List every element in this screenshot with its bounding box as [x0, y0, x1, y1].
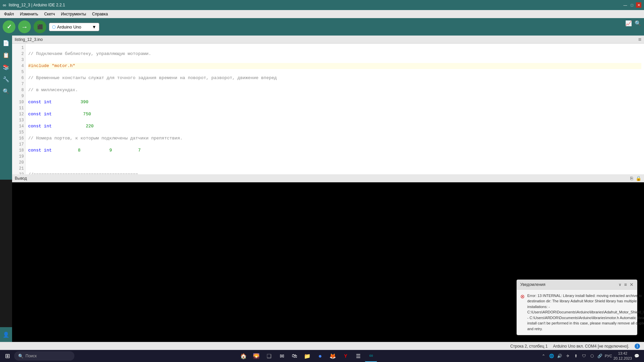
taskbar: ⊞ 🔍 Поиск 🏠 🌄 ❑ ✉ 🛍 📁 ● 🦊 Y ☰ ∞ ⌃ 🌐 🔊 ✈ … — [0, 350, 644, 362]
serial-plotter-icon[interactable]: 📈 — [625, 20, 632, 26]
notification-title: Уведомления — [520, 282, 545, 287]
taskbar-apps: 🏠 🌄 ❑ ✉ 🛍 📁 ● 🦊 Y ☰ ∞ — [75, 350, 540, 362]
board-icon: ⬡ — [52, 24, 56, 29]
notification-body: ⊗ Error: 13 INTERNAL: Library install fa… — [517, 290, 637, 335]
notification-error-text: Error: 13 INTERNAL: Library install fail… — [527, 293, 644, 332]
tray-antivirus[interactable]: 🛡 — [581, 353, 587, 359]
taskbar-start-button[interactable]: ⊞ — [1, 350, 13, 362]
notification-header: Уведомления ∨ ≡ ✕ — [517, 280, 637, 290]
language-indicator[interactable]: РУС — [605, 354, 612, 358]
close-button[interactable]: ✕ — [636, 2, 641, 8]
output-label: Вывод — [15, 176, 27, 181]
tray-telegram[interactable]: ✈ — [565, 353, 571, 359]
menu-edit[interactable]: Изменить — [17, 11, 41, 17]
menu-help[interactable]: Справка — [90, 11, 111, 17]
code-line-9: const int Front1 = 8, Front2 = 9, Right … — [28, 147, 641, 154]
board-status: Arduino Uno вкл. COM4 [не подключено]. — [553, 344, 629, 349]
taskbar-time[interactable]: 13:42 20.12.2023 — [613, 351, 632, 361]
title-bar: ∞ listing_12_3 | Arduino IDE 2.2.1 — □ ✕ — [0, 0, 644, 10]
menu-bar: Файл Изменить Скетч Инструменты Справка — [0, 10, 644, 18]
taskbar-tray: ⌃ 🌐 🔊 ✈ ⬆ 🛡 ⬡ 🔗 РУС 13:42 20.12.2023 💬 — [540, 351, 643, 361]
file-tab-more[interactable]: ≡ — [638, 37, 641, 43]
notification-count: 1 — [635, 344, 640, 349]
dropdown-arrow: ▼ — [92, 24, 96, 29]
taskbar-search[interactable]: 🔍 Поиск — [14, 351, 74, 361]
code-line-7: const int time_10cm = 220; — [28, 123, 641, 129]
search-icon: 🔍 — [18, 354, 23, 359]
taskbar-icon-store[interactable]: 🛍 — [288, 350, 301, 362]
taskbar-icon-taskview[interactable]: ❑ — [263, 350, 275, 362]
board-name: Arduino Uno — [57, 24, 81, 29]
debug-button[interactable]: ⬛ — [34, 20, 46, 33]
notifications-icon[interactable]: 💬 — [633, 353, 640, 359]
tray-icon6[interactable]: 🔗 — [597, 353, 603, 359]
code-editor[interactable]: 1234 5678 9101112 13141516 17181920 2122… — [12, 44, 644, 184]
sidebar-files-icon[interactable]: 📄 — [1, 38, 11, 48]
code-line-1: // Подключаем библиотеку, управляющую мо… — [28, 51, 641, 57]
app-icon: ∞ — [3, 2, 6, 8]
tray-network[interactable]: 🌐 — [548, 353, 555, 359]
verify-button[interactable]: ✓ — [3, 20, 15, 33]
code-content[interactable]: // Подключаем библиотеку, управляющую мо… — [25, 44, 644, 184]
upload-button[interactable]: → — [18, 20, 31, 33]
search-placeholder: Поиск — [25, 354, 37, 358]
menu-sketch[interactable]: Скетч — [42, 11, 58, 17]
tray-up-arrow[interactable]: ⌃ — [540, 353, 547, 359]
taskbar-icon-firefox[interactable]: 🦊 — [327, 350, 339, 362]
code-line-4: // в миллисекундах. — [28, 87, 641, 93]
code-line-8: // Номера портов, к которым подключены д… — [28, 135, 641, 141]
maximize-button[interactable]: □ — [629, 2, 635, 8]
output-copy-icon[interactable]: ⎘ — [630, 176, 633, 181]
clock-date: 20.12.2023 — [613, 356, 632, 361]
notification-menu-icon[interactable]: ≡ — [624, 282, 627, 287]
code-line-6: const int time_180 = 750; — [28, 111, 641, 117]
sidebar: 📄 📋 📚 🔧 🔍 — [0, 36, 12, 180]
taskbar-icon-chrome[interactable]: ● — [314, 350, 326, 362]
notification-collapse-icon[interactable]: ∨ — [619, 282, 622, 287]
menu-file[interactable]: Файл — [1, 11, 17, 17]
notification-close-button[interactable]: ✕ — [630, 282, 634, 287]
taskbar-icon-yandex[interactable]: Y — [339, 350, 352, 362]
line-numbers: 1234 5678 9101112 13141516 17181920 2122… — [12, 44, 25, 184]
sidebar-search-icon[interactable]: 🔍 — [1, 86, 11, 96]
sidebar-libraries-icon[interactable]: 📚 — [1, 62, 11, 72]
sidebar-user-icon[interactable]: 👤 — [1, 330, 11, 339]
output-header: Вывод ⎘ 🔒 — [12, 174, 644, 182]
taskbar-icon-explorer[interactable]: 📁 — [301, 350, 313, 362]
code-line-3: // Временные константы служат для точног… — [28, 75, 641, 81]
editor-area: listing_12_3.ino ≡ 1234 5678 9101112 131… — [12, 36, 644, 184]
output-lock-icon[interactable]: 🔒 — [636, 176, 641, 181]
output-header-icons: ⎘ 🔒 — [630, 176, 641, 181]
sidebar-boards-icon[interactable]: 📋 — [1, 50, 11, 60]
taskbar-icon-app6[interactable]: ☰ — [352, 350, 364, 362]
serial-monitor-icon[interactable]: 🔍 — [635, 20, 641, 26]
status-bar: Строка 2, столбец 1 Arduino Uno вкл. COM… — [0, 342, 644, 350]
code-line-2: #include "motor.h" — [28, 63, 641, 69]
code-line-10 — [28, 160, 641, 166]
file-tab: listing_12_3.ino ≡ — [12, 36, 644, 44]
toolbar-right: 📈 🔍 — [625, 20, 641, 26]
window-title: listing_12_3 | Arduino IDE 2.2.1 — [9, 3, 65, 7]
menu-tools[interactable]: Инструменты — [58, 11, 89, 17]
toolbar: ✓ → ⬛ ⬡ Arduino Uno ▼ 📈 🔍 — [0, 18, 644, 36]
tray-audio[interactable]: 🔊 — [556, 353, 563, 359]
file-tab-name[interactable]: listing_12_3.ino — [15, 37, 43, 42]
notification-popup: Уведомления ∨ ≡ ✕ ⊗ Error: 13 INTERNAL: … — [517, 280, 637, 336]
tray-icon5[interactable]: ⬡ — [589, 353, 595, 359]
sidebar-bottom: 👤 — [0, 327, 12, 342]
cursor-position: Строка 2, столбец 1 — [510, 344, 547, 349]
notification-header-right: ∨ ≡ ✕ — [619, 282, 634, 287]
title-bar-left: ∞ listing_12_3 | Arduino IDE 2.2.1 — [3, 2, 65, 8]
taskbar-icon-mail[interactable]: ✉ — [276, 350, 288, 362]
minimize-button[interactable]: — — [623, 2, 628, 8]
clock-time: 13:42 — [613, 351, 632, 356]
taskbar-icon-house[interactable]: 🏠 — [237, 350, 250, 362]
sidebar-debug-icon[interactable]: 🔧 — [1, 74, 11, 84]
taskbar-icon-arduino[interactable]: ∞ — [365, 350, 377, 362]
code-line-5: const int time_90 = 390; — [28, 99, 641, 105]
taskbar-icon-landscape[interactable]: 🌄 — [250, 350, 262, 362]
tray-update[interactable]: ⬆ — [573, 353, 579, 359]
board-selector[interactable]: ⬡ Arduino Uno ▼ — [49, 23, 99, 31]
title-bar-controls: — □ ✕ — [623, 2, 641, 8]
notification-error-icon: ⊗ — [520, 293, 525, 300]
